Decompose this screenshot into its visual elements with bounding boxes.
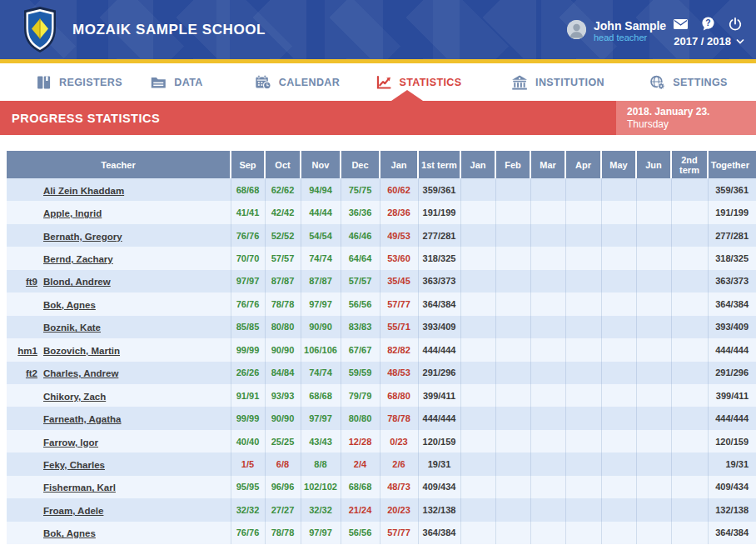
data-icon (150, 75, 167, 89)
nav-item-institution[interactable]: INSTITUTION (511, 63, 604, 101)
teacher-badge-link[interactable]: ft2 (26, 368, 37, 378)
empty-cell (495, 316, 530, 338)
empty-cell (601, 407, 636, 429)
month-value-cell: 54/54 (301, 224, 341, 247)
month-value-cell: 93/93 (265, 384, 301, 407)
empty-cell (460, 430, 495, 452)
teacher-name-link[interactable]: Froam, Adele (43, 506, 103, 516)
top-icons: ? (674, 17, 742, 31)
first-term-cell: 399/411 (418, 384, 460, 407)
month-value-cell: 55/71 (380, 316, 418, 338)
together-cell: 359/361 (708, 178, 756, 201)
month-value-cell: 35/45 (380, 270, 418, 292)
empty-cell (460, 362, 495, 384)
teacher-name-link[interactable]: Charles, Andrew (43, 368, 118, 378)
teacher-badge-link[interactable]: ft9 (26, 277, 37, 287)
teacher-name-link[interactable]: Bozovich, Martin (43, 346, 120, 356)
empty-cell (495, 476, 530, 498)
empty-cell (565, 270, 601, 292)
teacher-name-link[interactable]: Farrow, Igor (43, 438, 98, 448)
empty-cell (460, 247, 495, 269)
empty-cell (671, 498, 708, 521)
empty-cell (671, 407, 708, 429)
together-cell: 444/444 (708, 407, 756, 429)
col-header-together: Together (708, 151, 756, 178)
table-row: ft9Blond, Andrew97/9787/8787/8757/5735/4… (7, 270, 756, 292)
teacher-name-link[interactable]: Fisherman, Karl (43, 482, 116, 492)
nav-item-calendar[interactable]: CALENDAR (255, 63, 340, 101)
empty-cell (601, 224, 636, 247)
table-row: hm1Bozovich, Martin99/9990/90106/10667/6… (7, 338, 756, 361)
month-value-cell: 43/43 (301, 430, 341, 452)
month-value-cell: 62/62 (265, 178, 301, 201)
first-term-cell: 444/444 (418, 407, 460, 429)
first-term-cell: 364/384 (418, 522, 460, 544)
teacher-name-link[interactable]: Bernd, Zachary (43, 254, 113, 264)
empty-cell (530, 224, 565, 247)
month-value-cell: 76/76 (231, 522, 265, 544)
month-value-cell: 87/87 (265, 270, 301, 292)
month-value-cell: 78/78 (265, 292, 301, 315)
empty-cell (565, 247, 601, 269)
month-value-cell: 2/4 (341, 452, 380, 475)
teacher-name-link[interactable]: Farneath, Agatha (43, 414, 122, 424)
mail-icon[interactable] (674, 19, 688, 29)
page-banner: PROGRESS STATISTICS 2018. January 23. Th… (0, 101, 756, 135)
nav-item-settings[interactable]: SETTINGS (649, 63, 728, 101)
empty-cell (671, 247, 708, 269)
month-value-cell: 95/95 (231, 476, 265, 498)
power-icon[interactable] (729, 18, 742, 31)
col-header-sep: Sep (231, 151, 265, 178)
month-value-cell: 52/52 (265, 224, 301, 247)
month-value-cell: 96/96 (265, 476, 301, 498)
empty-cell (530, 452, 565, 475)
month-value-cell: 26/26 (231, 362, 265, 384)
teacher-name-cell: Ali Zein Khaddam (43, 178, 231, 201)
nav-item-registers[interactable]: REGISTERS (36, 63, 122, 101)
user-block[interactable]: John Sample head teacher (567, 20, 666, 43)
teacher-name-link[interactable]: Blond, Andrew (43, 277, 111, 287)
teacher-name-cell: Blond, Andrew (43, 270, 231, 292)
empty-cell (530, 362, 565, 384)
teacher-name-link[interactable]: Bok, Agnes (43, 300, 96, 310)
nav-item-data[interactable]: DATA (150, 63, 202, 101)
school-year-dropdown[interactable]: 2017 / 2018 (674, 35, 744, 48)
month-value-cell: 76/76 (231, 292, 265, 315)
teacher-badge-link[interactable]: hm1 (17, 346, 37, 356)
empty-cell (495, 452, 530, 475)
month-value-cell: 75/75 (341, 178, 380, 201)
empty-cell (530, 498, 565, 521)
empty-cell (601, 292, 636, 315)
month-value-cell: 76/76 (231, 224, 265, 247)
teacher-name-link[interactable]: Boznik, Kate (43, 322, 101, 332)
empty-cell (495, 292, 530, 315)
teacher-name-link[interactable]: Chikory, Zach (43, 392, 106, 402)
empty-cell (565, 476, 601, 498)
help-icon[interactable]: ? (701, 17, 715, 31)
together-cell: 399/411 (708, 384, 756, 407)
col-header-2nd-term: 2nd term (671, 151, 708, 178)
teacher-name-link[interactable]: Bernath, Gregory (43, 232, 122, 242)
teacher-name-link[interactable]: Feky, Charles (43, 460, 105, 470)
teacher-name-link[interactable]: Apple, Ingrid (43, 208, 102, 218)
school-shield-logo (22, 6, 57, 53)
month-value-cell: 84/84 (265, 362, 301, 384)
teacher-name-link[interactable]: Ali Zein Khaddam (43, 186, 124, 196)
empty-cell (636, 338, 671, 361)
empty-cell (565, 430, 601, 452)
empty-cell (636, 362, 671, 384)
month-value-cell: 49/53 (380, 224, 418, 247)
empty-cell (565, 522, 601, 544)
empty-cell (460, 452, 495, 475)
month-value-cell: 106/106 (301, 338, 341, 361)
teacher-name-cell: Bernath, Gregory (43, 224, 231, 247)
avatar[interactable] (567, 20, 586, 39)
empty-cell (460, 178, 495, 201)
month-value-cell: 32/32 (301, 498, 341, 521)
teacher-badge-cell (7, 407, 43, 429)
table-row: ft2Charles, Andrew26/2684/8474/7459/5948… (7, 362, 756, 384)
month-value-cell: 6/8 (265, 452, 301, 475)
first-term-cell: 359/361 (418, 178, 460, 201)
teacher-name-link[interactable]: Bok, Agnes (43, 528, 96, 538)
first-term-cell: 444/444 (418, 338, 460, 361)
